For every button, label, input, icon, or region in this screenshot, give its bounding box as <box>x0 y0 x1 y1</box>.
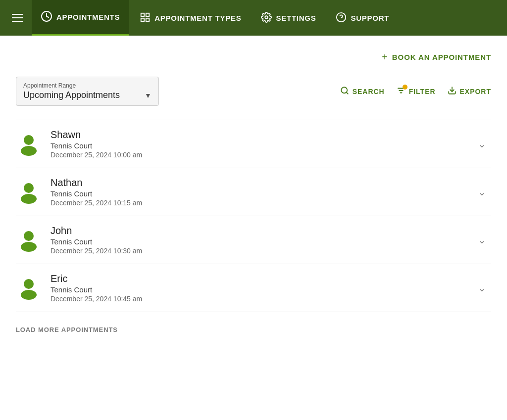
appointment-datetime: December 25, 2024 10:30 am <box>51 247 464 255</box>
gear-icon <box>261 12 272 24</box>
appointment-type: Tennis Court <box>51 189 464 198</box>
svg-point-15 <box>21 146 37 156</box>
filter-button[interactable]: FILTER <box>397 86 436 96</box>
nav-settings-label: SETTINGS <box>276 14 316 22</box>
navbar: APPOINTMENTS APPOINTMENT TYPES SETTINGS <box>0 0 507 36</box>
appointment-info: Nathan Tennis Court December 25, 2024 10… <box>51 177 464 207</box>
expand-appointment-button[interactable]: ⌄ <box>473 231 491 249</box>
nav-appointments[interactable]: APPOINTMENTS <box>32 0 129 36</box>
avatar <box>16 275 42 301</box>
svg-point-20 <box>24 279 34 289</box>
svg-line-9 <box>346 92 348 93</box>
appointment-info: Shawn Tennis Court December 25, 2024 10:… <box>51 129 464 159</box>
appointment-name: Nathan <box>51 177 464 188</box>
svg-point-16 <box>24 183 34 193</box>
export-button[interactable]: EXPORT <box>448 86 491 96</box>
filter-actions: SEARCH FILTER <box>340 86 491 96</box>
main-content: + BOOK AN APPOINTMENT Appointment Range … <box>0 36 507 350</box>
svg-rect-3 <box>141 18 144 21</box>
nav-appointment-types-label: APPOINTMENT TYPES <box>154 14 241 22</box>
load-more-button[interactable]: LOAD MORE APPOINTMENTS <box>16 312 118 338</box>
svg-point-5 <box>265 16 268 19</box>
export-icon <box>448 86 456 96</box>
plus-icon: + <box>382 51 388 63</box>
svg-point-21 <box>21 290 37 300</box>
expand-appointment-button[interactable]: ⌄ <box>473 135 491 153</box>
svg-rect-1 <box>141 13 144 16</box>
nav-support[interactable]: SUPPORT <box>327 0 398 36</box>
search-label: SEARCH <box>353 88 385 95</box>
book-appointment-button[interactable]: + BOOK AN APPOINTMENT <box>382 47 491 67</box>
search-button[interactable]: SEARCH <box>340 86 385 96</box>
search-icon <box>340 86 349 96</box>
svg-point-17 <box>21 194 37 204</box>
filter-active-dot <box>403 85 407 90</box>
appointment-name: John <box>51 225 464 236</box>
appointment-item: Shawn Tennis Court December 25, 2024 10:… <box>16 120 491 168</box>
appointment-info: John Tennis Court December 25, 2024 10:3… <box>51 225 464 255</box>
question-icon <box>336 12 347 24</box>
appointment-datetime: December 25, 2024 10:15 am <box>51 199 464 207</box>
appointment-name: Shawn <box>51 129 464 140</box>
appointment-range-dropdown[interactable]: Appointment Range Upcoming Appointments … <box>16 77 159 106</box>
svg-rect-4 <box>146 18 149 21</box>
appointment-item: Nathan Tennis Court December 25, 2024 10… <box>16 168 491 216</box>
avatar <box>16 131 42 157</box>
appointment-datetime: December 25, 2024 10:45 am <box>51 295 464 303</box>
appointment-item: Eric Tennis Court December 25, 2024 10:4… <box>16 264 491 312</box>
appointment-type: Tennis Court <box>51 285 464 294</box>
nav-support-label: SUPPORT <box>351 14 389 22</box>
filter-row: Appointment Range Upcoming Appointments … <box>16 77 491 106</box>
grid-icon <box>140 12 151 24</box>
nav-appointment-types[interactable]: APPOINTMENT TYPES <box>131 0 250 36</box>
chevron-down-icon: ▼ <box>145 92 152 99</box>
appointment-range-label: Appointment Range <box>23 82 152 89</box>
appointment-type: Tennis Court <box>51 237 464 246</box>
appointments-list: Shawn Tennis Court December 25, 2024 10:… <box>16 120 491 312</box>
nav-appointments-label: APPOINTMENTS <box>56 13 120 21</box>
book-appointment-label: BOOK AN APPOINTMENT <box>392 53 491 61</box>
appointment-datetime: December 25, 2024 10:00 am <box>51 151 464 159</box>
filter-icon-wrap <box>397 86 406 96</box>
svg-rect-2 <box>146 13 149 16</box>
avatar <box>16 179 42 205</box>
appointment-item: John Tennis Court December 25, 2024 10:3… <box>16 216 491 264</box>
appointment-type: Tennis Court <box>51 141 464 150</box>
expand-appointment-button[interactable]: ⌄ <box>473 183 491 201</box>
appointment-info: Eric Tennis Court December 25, 2024 10:4… <box>51 273 464 303</box>
export-label: EXPORT <box>460 88 491 95</box>
avatar <box>16 227 42 253</box>
appointment-range-text: Upcoming Appointments <box>23 90 120 100</box>
clock-icon <box>41 10 52 24</box>
expand-appointment-button[interactable]: ⌄ <box>473 279 491 297</box>
svg-point-19 <box>21 242 37 252</box>
svg-point-18 <box>24 231 34 241</box>
hamburger-menu[interactable] <box>5 10 30 26</box>
svg-point-14 <box>24 135 34 145</box>
top-action-row: + BOOK AN APPOINTMENT <box>16 47 491 67</box>
appointment-range-value: Upcoming Appointments ▼ <box>23 90 152 100</box>
nav-settings[interactable]: SETTINGS <box>252 0 325 36</box>
appointment-name: Eric <box>51 273 464 284</box>
filter-label: FILTER <box>409 88 436 95</box>
